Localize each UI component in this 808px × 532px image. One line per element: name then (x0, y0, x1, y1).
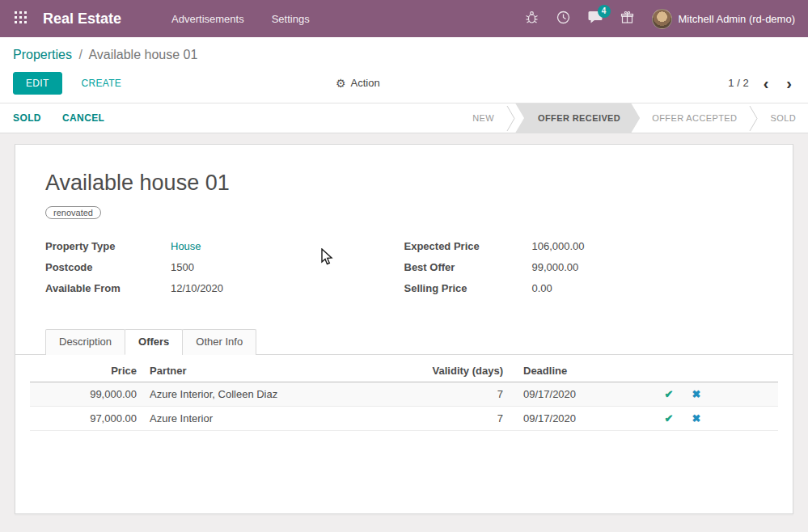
control-panel: Properties / Available house 01 EDIT CRE… (0, 37, 808, 103)
header-deadline[interactable]: Deadline (510, 360, 655, 382)
bug-icon (525, 11, 539, 27)
offer-deadline: 09/17/2020 (510, 382, 655, 407)
field-label: Selling Price (404, 282, 532, 294)
field-value-best-offer: 99,000.00 (532, 261, 579, 273)
notebook-tabs: Description Offers Other Info (15, 328, 793, 355)
header-actions-spacer (683, 360, 710, 382)
pager: 1 / 2 ‹ › (728, 75, 795, 91)
breadcrumb: Properties / Available house 01 (13, 48, 795, 62)
menu-advertisements[interactable]: Advertisements (171, 13, 244, 25)
tag-renovated: renovated (45, 206, 101, 219)
app-title[interactable]: Real Estate (43, 11, 121, 27)
activities-button[interactable] (556, 11, 570, 27)
messages-count-badge: 4 (598, 5, 611, 18)
action-menu-label: Action (351, 77, 380, 89)
pager-text: 1 / 2 (728, 77, 748, 89)
field-value-available-from: 12/10/2020 (171, 282, 223, 294)
field-selling-price: Selling Price 0.00 (404, 282, 764, 294)
field-best-offer: Best Offer 99,000.00 (404, 261, 764, 273)
create-button[interactable]: CREATE (74, 73, 130, 94)
edit-button[interactable]: EDIT (13, 72, 62, 95)
offer-validity: 7 (404, 382, 510, 407)
accept-offer-button[interactable]: ✔ (665, 413, 674, 424)
record-sheet: Available house 01 renovated Property Ty… (15, 144, 793, 514)
status-step-sold[interactable]: SOLD (758, 103, 808, 133)
header-price[interactable]: Price (30, 360, 143, 382)
field-label: Expected Price (404, 240, 532, 252)
tab-offers[interactable]: Offers (125, 329, 183, 355)
form-statusbar: SOLD CANCEL NEW OFFER RECEIVED OFFER ACC… (0, 103, 808, 133)
header-partner[interactable]: Partner (143, 360, 404, 382)
record-title: Available house 01 (45, 171, 763, 196)
tab-other-info[interactable]: Other Info (182, 329, 256, 355)
status-step-new[interactable]: NEW (460, 103, 506, 133)
apps-menu-button[interactable] (10, 6, 32, 31)
offer-validity: 7 (404, 407, 510, 431)
status-step-offer-accepted[interactable]: OFFER ACCEPTED (640, 103, 749, 133)
field-value-postcode: 1500 (171, 261, 194, 273)
field-label: Property Type (45, 240, 171, 252)
user-avatar (652, 9, 672, 29)
field-value-expected-price: 106,000.00 (532, 240, 585, 252)
offer-price: 97,000.00 (30, 407, 143, 431)
offer-partner: Azure Interior (143, 407, 404, 431)
offers-table-header-row: Price Partner Validity (days) Deadline (30, 360, 778, 382)
header-actions-spacer (655, 360, 683, 382)
offer-price: 99,000.00 (30, 382, 143, 407)
field-value-property-type[interactable]: House (171, 240, 201, 252)
tab-description[interactable]: Description (45, 329, 125, 355)
accept-offer-button[interactable]: ✔ (665, 389, 674, 399)
action-menu[interactable]: ⚙ Action (336, 77, 380, 90)
field-group: Property Type House Postcode 1500 Availa… (15, 240, 793, 303)
field-available-from: Available From 12/10/2020 (45, 282, 404, 294)
header-validity[interactable]: Validity (days) (404, 360, 510, 382)
field-postcode: Postcode 1500 (45, 261, 404, 273)
field-property-type: Property Type House (45, 240, 404, 252)
debug-bug-button[interactable] (525, 11, 539, 27)
chevron-separator-icon (749, 103, 758, 133)
refuse-offer-button[interactable]: ✖ (692, 413, 701, 424)
offer-deadline: 09/17/2020 (510, 407, 655, 431)
status-step-offer-received[interactable]: OFFER RECEIVED (515, 103, 640, 133)
field-column-left: Property Type House Postcode 1500 Availa… (45, 240, 404, 303)
status-pipeline: NEW OFFER RECEIVED OFFER ACCEPTED SOLD (460, 103, 808, 133)
form-view: Available house 01 renovated Property Ty… (0, 133, 808, 529)
field-column-right: Expected Price 106,000.00 Best Offer 99,… (404, 240, 764, 303)
sold-button[interactable]: SOLD (13, 112, 41, 124)
offer-row[interactable]: 99,000.00 Azure Interior, Colleen Diaz 7… (30, 382, 778, 407)
breadcrumb-current: Available house 01 (88, 48, 197, 61)
refuse-offer-button[interactable]: ✖ (692, 389, 701, 399)
main-menu: Advertisements Settings (171, 13, 310, 25)
field-label: Best Offer (404, 261, 532, 273)
field-value-selling-price: 0.00 (532, 282, 552, 294)
field-expected-price: Expected Price 106,000.00 (404, 240, 764, 252)
offers-table: Price Partner Validity (days) Deadline 9… (30, 360, 778, 431)
cancel-button[interactable]: CANCEL (62, 112, 104, 124)
breadcrumb-properties-link[interactable]: Properties (13, 48, 72, 61)
gift-icon (620, 11, 634, 27)
field-label: Available From (45, 282, 171, 294)
user-name: Mitchell Admin (rd-demo) (679, 13, 796, 25)
menu-settings[interactable]: Settings (272, 13, 310, 25)
top-navbar: Real Estate Advertisements Settings (0, 0, 808, 37)
offer-row[interactable]: 97,000.00 Azure Interior 7 09/17/2020 ✔ … (30, 407, 778, 431)
pager-next-button[interactable]: › (783, 75, 795, 91)
apps-grid-icon (15, 11, 27, 26)
header-actions-spacer (710, 360, 778, 382)
clock-icon (556, 11, 570, 27)
breadcrumb-separator: / (78, 48, 82, 61)
offer-partner: Azure Interior, Colleen Diaz (143, 382, 404, 407)
user-menu[interactable]: Mitchell Admin (rd-demo) (652, 9, 796, 29)
gift-button[interactable] (620, 11, 634, 27)
field-label: Postcode (45, 261, 171, 273)
messages-button[interactable]: 4 (588, 11, 603, 27)
pager-previous-button[interactable]: ‹ (760, 75, 772, 91)
gear-icon: ⚙ (336, 77, 346, 90)
chevron-separator-icon (506, 103, 515, 133)
